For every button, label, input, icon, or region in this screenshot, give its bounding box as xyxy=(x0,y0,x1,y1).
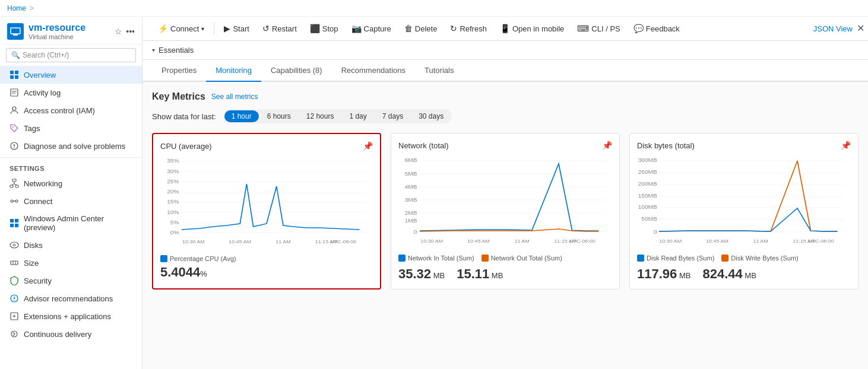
feedback-icon: 💬 xyxy=(633,24,644,33)
size-icon xyxy=(9,258,19,268)
svg-text:35%: 35% xyxy=(167,158,179,164)
cpu-pin-icon[interactable]: 📌 xyxy=(363,141,373,151)
refresh-button[interactable]: ↻ Refresh xyxy=(444,21,493,36)
svg-text:11 AM: 11 AM xyxy=(514,238,529,243)
disk-write-legend: Disk Write Bytes (Sum) xyxy=(721,255,798,262)
key-metrics-header: Key Metrics See all metrics xyxy=(152,91,859,102)
more-icon[interactable]: ••• xyxy=(126,27,135,36)
sidebar-item-overview[interactable]: Overview xyxy=(0,66,142,84)
network-legend: Network In Total (Sum) Network Out Total… xyxy=(398,255,612,262)
svg-rect-17 xyxy=(15,185,18,187)
cli-ps-button[interactable]: ⌨ CLI / PS xyxy=(571,21,626,36)
disk-write-label: Disk Write Bytes (Sum) xyxy=(731,255,798,262)
network-pin-icon[interactable]: 📌 xyxy=(602,141,612,150)
restart-button[interactable]: ↺ Restart xyxy=(256,21,303,36)
sidebar-item-security[interactable]: Security xyxy=(0,272,142,290)
cpu-chart-area: 35% 30% 25% 20% 15% 10% 5% 0% xyxy=(160,155,373,250)
svg-text:50MB: 50MB xyxy=(641,216,657,222)
network-out-label: Network Out Total (Sum) xyxy=(491,255,562,262)
sidebar-item-disks[interactable]: Disks xyxy=(0,236,142,254)
time-pill-6hours[interactable]: 6 hours xyxy=(260,110,298,122)
svg-text:200MB: 200MB xyxy=(638,181,657,187)
diagnose-icon xyxy=(9,141,19,151)
app-container: Home > vm-resource Virtual machine ☆ •••… xyxy=(0,0,868,369)
start-button[interactable]: ▶ Start xyxy=(218,21,255,36)
delete-button[interactable]: 🗑 Delete xyxy=(398,21,443,36)
tab-properties[interactable]: Properties xyxy=(152,60,206,82)
main-area: vm-resource Virtual machine ☆ ••• ✕ 🔍 Se… xyxy=(0,17,868,369)
favorite-icon[interactable]: ☆ xyxy=(115,27,122,36)
stop-button[interactable]: ⬛ Stop xyxy=(304,21,344,36)
see-all-metrics-link[interactable]: See all metrics xyxy=(211,93,258,101)
svg-rect-3 xyxy=(10,71,14,74)
cpu-values-row: 5.4044% xyxy=(160,265,373,280)
network-out-value: 15.11 MB xyxy=(457,266,503,282)
svg-text:3MB: 3MB xyxy=(405,197,417,203)
disk-write-value: 824.44 MB xyxy=(702,266,756,282)
svg-point-11 xyxy=(12,126,14,128)
svg-text:20%: 20% xyxy=(167,189,179,195)
network-in-legend: Network In Total (Sum) xyxy=(398,255,474,262)
sidebar-item-tags[interactable]: Tags xyxy=(0,119,142,137)
svg-point-29 xyxy=(13,244,15,246)
time-pill-1hour[interactable]: 1 hour xyxy=(224,110,259,122)
tab-tutorials[interactable]: Tutorials xyxy=(415,60,463,82)
svg-text:4MB: 4MB xyxy=(405,184,417,190)
disk-pin-icon[interactable]: 📌 xyxy=(841,141,851,150)
svg-point-22 xyxy=(15,200,18,202)
sidebar-item-size[interactable]: Size xyxy=(0,254,142,272)
feedback-button[interactable]: 💬 Feedback xyxy=(628,21,686,36)
sidebar-item-continuous-delivery[interactable]: Continuous delivery xyxy=(0,325,142,343)
svg-rect-4 xyxy=(15,71,18,74)
breadcrumb-home[interactable]: Home xyxy=(7,4,26,12)
cpu-chart-title: CPU (average) xyxy=(160,142,212,151)
capture-button[interactable]: 📷 Capture xyxy=(346,21,397,36)
time-pill-30days[interactable]: 30 days xyxy=(411,110,451,122)
vm-name: vm-resource xyxy=(28,23,85,33)
time-pill-12hours[interactable]: 12 hours xyxy=(299,110,341,122)
security-icon xyxy=(9,276,19,285)
windows-admin-icon xyxy=(9,218,19,228)
key-metrics-title: Key Metrics xyxy=(152,91,205,102)
cli-icon: ⌨ xyxy=(577,24,589,33)
cpu-legend-label: Percentage CPU (Avg) xyxy=(170,255,236,262)
sidebar-item-networking[interactable]: Networking xyxy=(0,174,142,192)
tab-monitoring[interactable]: Monitoring xyxy=(206,60,261,82)
tab-capabilities[interactable]: Capabilities (8) xyxy=(261,60,332,82)
json-view-button[interactable]: JSON View xyxy=(807,22,859,36)
svg-text:250MB: 250MB xyxy=(638,169,657,175)
sidebar-item-iam[interactable]: Access control (IAM) xyxy=(0,101,142,119)
disk-legend: Disk Read Bytes (Sum) Disk Write Bytes (… xyxy=(637,255,851,262)
svg-text:0: 0 xyxy=(654,229,657,235)
search-input[interactable]: 🔍 Search (Ctrl+/) xyxy=(6,48,136,62)
sidebar-label-extensions: Extensions + applications xyxy=(24,312,111,321)
sidebar-label-overview: Overview xyxy=(24,71,56,79)
sidebar-label-windows-admin: Windows Admin Center (preview) xyxy=(24,214,132,232)
svg-text:6MB: 6MB xyxy=(405,157,417,163)
sidebar-item-diagnose[interactable]: Diagnose and solve problems xyxy=(0,137,142,155)
sidebar-item-extensions[interactable]: Extensions + applications xyxy=(0,307,142,325)
svg-text:1MB: 1MB xyxy=(405,218,417,224)
disk-chart-card: Disk bytes (total) 📌 300MB 250MB 200MB 1… xyxy=(629,133,859,290)
connect-button[interactable]: ⚡ Connect ▾ xyxy=(152,21,210,36)
networking-icon xyxy=(9,179,19,188)
open-mobile-button[interactable]: 📱 Open in mobile xyxy=(494,21,570,36)
svg-text:2MB: 2MB xyxy=(405,210,417,216)
sidebar-label-security: Security xyxy=(24,276,52,285)
svg-point-14 xyxy=(14,147,15,148)
svg-text:UTC-06:00: UTC-06:00 xyxy=(808,238,834,243)
time-pill-1day[interactable]: 1 day xyxy=(342,110,373,122)
sidebar-item-connect[interactable]: Connect xyxy=(0,192,142,210)
sidebar-item-advisor[interactable]: Advisor recommendations xyxy=(0,290,142,307)
essentials-header[interactable]: ▾ Essentials xyxy=(152,46,859,55)
tb-divider-1 xyxy=(214,23,214,34)
tab-recommendations[interactable]: Recommendations xyxy=(332,60,415,82)
sidebar-header: vm-resource Virtual machine ☆ ••• ✕ xyxy=(0,17,142,44)
svg-text:10:45 AM: 10:45 AM xyxy=(467,238,490,243)
vm-icon xyxy=(7,23,24,40)
time-pill-7days[interactable]: 7 days xyxy=(375,110,410,122)
sidebar-item-windows-admin[interactable]: Windows Admin Center (preview) xyxy=(0,210,142,236)
sidebar-item-activity-log[interactable]: Activity log xyxy=(0,84,142,101)
svg-text:15%: 15% xyxy=(167,199,179,205)
connect-tb-icon: ⚡ xyxy=(158,24,168,33)
